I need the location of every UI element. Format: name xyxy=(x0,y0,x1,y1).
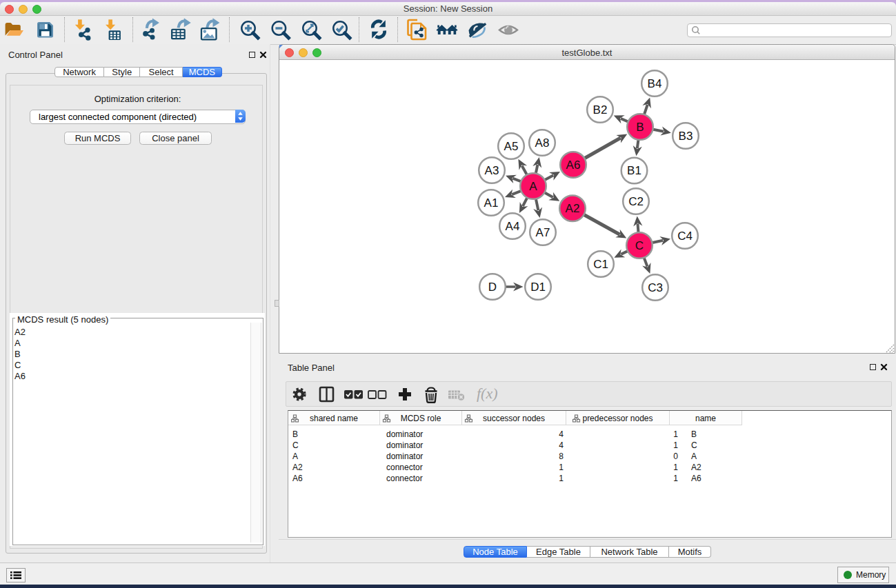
svg-text:A1: A1 xyxy=(484,196,499,210)
svg-text:B1: B1 xyxy=(627,164,641,177)
svg-text:B4: B4 xyxy=(648,77,662,90)
svg-text:D1: D1 xyxy=(530,281,546,294)
svg-text:A3: A3 xyxy=(485,164,499,177)
svg-text:A: A xyxy=(529,180,537,193)
svg-text:A8: A8 xyxy=(535,136,550,150)
svg-text:C1: C1 xyxy=(593,258,608,271)
svg-text:A4: A4 xyxy=(506,220,520,233)
svg-text:C: C xyxy=(635,239,644,252)
svg-text:A2: A2 xyxy=(566,202,580,215)
svg-text:A7: A7 xyxy=(536,226,550,239)
svg-text:C4: C4 xyxy=(677,230,693,243)
svg-text:C3: C3 xyxy=(648,281,663,294)
svg-text:D: D xyxy=(488,281,497,294)
svg-text:B: B xyxy=(636,121,644,134)
svg-text:B2: B2 xyxy=(593,103,608,116)
svg-text:A5: A5 xyxy=(504,140,519,153)
svg-text:C2: C2 xyxy=(628,195,644,208)
svg-text:A6: A6 xyxy=(566,159,581,172)
svg-text:B3: B3 xyxy=(679,130,693,143)
